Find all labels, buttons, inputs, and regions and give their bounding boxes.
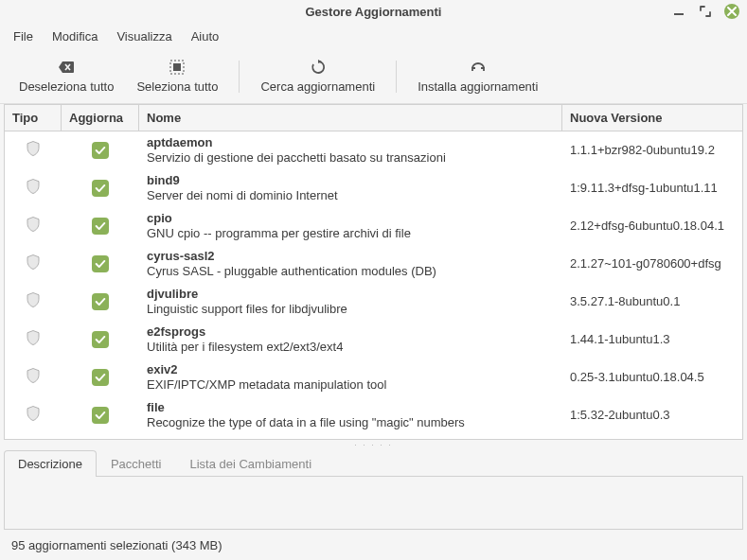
package-cell: exiv2EXIF/IPTC/XMP metadata manipulation… — [139, 359, 562, 395]
package-cell: djvulibreLinguistic support files for li… — [139, 283, 562, 320]
table-row[interactable]: cyrus-sasl2Cyrus SASL - pluggable authen… — [5, 245, 742, 283]
package-version: 1:5.32-2ubuntu0.3 — [562, 404, 742, 426]
deselect-all-label: Deseleziona tutto — [19, 79, 114, 94]
minimize-button[interactable] — [671, 4, 686, 19]
toolbar-separator — [239, 61, 240, 93]
table-row[interactable]: cpioGNU cpio -- programma per gestire ar… — [5, 207, 742, 245]
menu-file[interactable]: File — [6, 26, 41, 46]
package-description: Recognize the type of data in a file usi… — [147, 415, 555, 429]
column-header-versione[interactable]: Nuova Versione — [562, 105, 742, 131]
package-name: cpio — [147, 211, 555, 225]
package-name: djvulibre — [147, 287, 555, 301]
table-row[interactable]: aptdaemonServizio di gestione dei pacche… — [5, 131, 742, 169]
package-name: aptdaemon — [147, 135, 555, 149]
package-description: Servizio di gestione dei pacchetti basat… — [147, 150, 555, 165]
package-version: 2.1.27~101-g0780600+dfsg — [562, 253, 742, 274]
package-name: cyrus-sasl2 — [147, 249, 555, 263]
tab-cambiamenti[interactable]: Lista dei Cambiamenti — [175, 450, 326, 477]
package-version: 0.25-3.1ubuntu0.18.04.5 — [562, 366, 742, 388]
column-header-nome[interactable]: Nome — [139, 105, 562, 131]
maximize-button[interactable] — [698, 4, 713, 19]
update-checkbox[interactable] — [62, 138, 139, 163]
menu-modifica[interactable]: Modifica — [44, 26, 105, 46]
select-all-icon — [169, 59, 185, 76]
shield-icon — [5, 401, 62, 429]
package-description: Utilità per i filesystem ext2/ext3/ext4 — [147, 340, 555, 354]
statusbar: 95 aggiornamenti selezionati (343 MB) — [0, 530, 747, 560]
package-description: Server dei nomi di dominio Internet — [147, 188, 555, 202]
table-row[interactable]: djvulibreLinguistic support files for li… — [5, 283, 742, 321]
shield-icon — [5, 325, 62, 353]
shield-icon — [5, 250, 62, 277]
toolbar: Deseleziona tutto Seleziona tutto Cerca … — [0, 49, 747, 104]
menu-visualizza[interactable]: Visualizza — [109, 26, 179, 46]
refresh-icon — [311, 59, 326, 76]
toolbar-separator — [396, 61, 397, 93]
table-row[interactable]: fileRecognize the type of data in a file… — [5, 396, 742, 434]
updates-table: Tipo Aggiorna Nome Nuova Versione aptdae… — [4, 104, 743, 440]
update-checkbox[interactable] — [62, 403, 139, 428]
shield-icon — [5, 174, 62, 201]
package-cell: cyrus-sasl2Cyrus SASL - pluggable authen… — [139, 245, 562, 282]
status-text: 95 aggiornamenti selezionati (343 MB) — [11, 538, 222, 552]
tab-pacchetti[interactable]: Pacchetti — [97, 450, 175, 477]
select-all-label: Seleziona tutto — [136, 79, 218, 94]
svg-rect-0 — [674, 13, 684, 15]
window-title: Gestore Aggiornamenti — [306, 5, 442, 19]
package-version: 3.5.27.1-8ubuntu0.1 — [562, 290, 742, 312]
refresh-button[interactable]: Cerca aggiornamenti — [249, 52, 386, 101]
menu-aiuto[interactable]: Aiuto — [184, 26, 227, 46]
close-button[interactable] — [724, 4, 739, 19]
package-version: 1.44.1-1ubuntu1.3 — [562, 328, 742, 350]
package-description: EXIF/IPTC/XMP metadata manipulation tool — [147, 377, 555, 392]
shield-icon — [5, 288, 62, 315]
deselect-all-button[interactable]: Deseleziona tutto — [8, 52, 125, 101]
package-description: GNU cpio -- programma per gestire archiv… — [147, 226, 555, 240]
install-label: Installa aggiornamenti — [418, 79, 538, 94]
shield-icon — [5, 212, 62, 239]
package-cell: e2fsprogsUtilità per i filesystem ext2/e… — [139, 321, 562, 358]
svg-rect-2 — [173, 63, 181, 71]
package-cell: aptdaemonServizio di gestione dei pacche… — [139, 131, 562, 168]
update-checkbox[interactable] — [62, 289, 139, 314]
package-name: exiv2 — [147, 362, 555, 376]
package-description: Linguistic support files for libdjvulibr… — [147, 302, 555, 316]
select-all-button[interactable]: Seleziona tutto — [125, 52, 229, 101]
install-icon — [470, 59, 487, 76]
table-row[interactable]: exiv2EXIF/IPTC/XMP metadata manipulation… — [5, 359, 742, 396]
tab-descrizione[interactable]: Descrizione — [4, 450, 97, 477]
package-version: 1.1.1+bzr982-0ubuntu19.2 — [562, 139, 742, 161]
table-row[interactable]: e2fsprogsUtilità per i filesystem ext2/e… — [5, 321, 742, 359]
update-checkbox[interactable] — [62, 214, 139, 238]
clear-icon — [58, 59, 75, 76]
update-checkbox[interactable] — [62, 176, 139, 201]
package-cell: cpioGNU cpio -- programma per gestire ar… — [139, 207, 562, 244]
menubar: File Modifica Visualizza Aiuto — [0, 23, 747, 49]
package-name: e2fsprogs — [147, 324, 555, 339]
package-version: 1:9.11.3+dfsg-1ubuntu1.11 — [562, 177, 742, 199]
package-name: file — [147, 400, 555, 414]
update-checkbox[interactable] — [62, 252, 139, 276]
column-header-aggiorna[interactable]: Aggiorna — [62, 105, 139, 131]
package-name: bind9 — [147, 173, 555, 187]
detail-tabs: Descrizione Pacchetti Lista dei Cambiame… — [4, 449, 743, 477]
shield-icon — [5, 136, 62, 164]
update-checkbox[interactable] — [62, 365, 139, 390]
shield-icon — [5, 363, 62, 391]
package-description: Cyrus SASL - pluggable authentication mo… — [147, 264, 555, 278]
detail-panel — [4, 477, 743, 530]
resize-grip[interactable]: · · · · · — [0, 440, 747, 449]
install-button[interactable]: Installa aggiornamenti — [406, 52, 549, 101]
package-cell: fileRecognize the type of data in a file… — [139, 396, 562, 433]
package-version: 2.12+dfsg-6ubuntu0.18.04.1 — [562, 215, 742, 236]
column-header-tipo[interactable]: Tipo — [5, 105, 62, 131]
table-row[interactable]: bind9Server dei nomi di dominio Internet… — [5, 169, 742, 207]
titlebar: Gestore Aggiornamenti — [0, 0, 747, 23]
package-cell: bind9Server dei nomi di dominio Internet — [139, 169, 562, 206]
refresh-label: Cerca aggiornamenti — [260, 79, 375, 94]
update-checkbox[interactable] — [62, 327, 139, 352]
